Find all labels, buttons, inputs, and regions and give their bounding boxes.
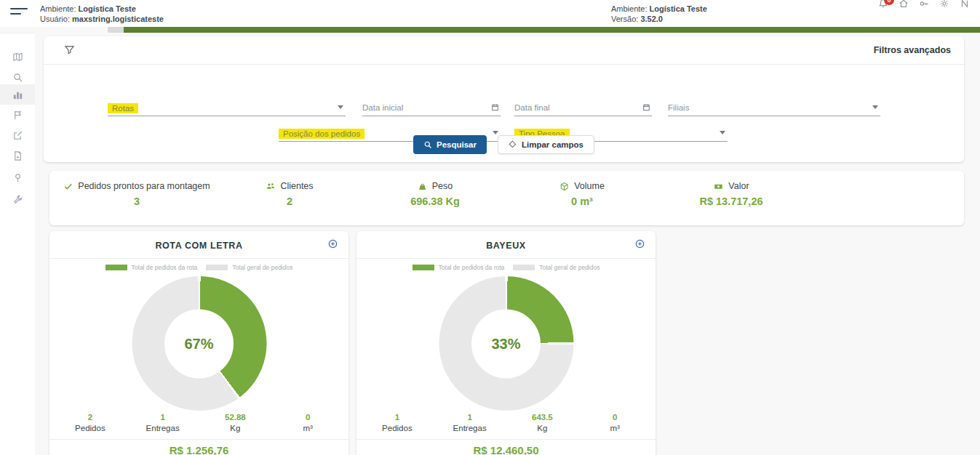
flag-icon [12, 110, 23, 121]
legend-swatch-green [105, 265, 127, 270]
filiais-select[interactable]: Filiais [668, 97, 880, 116]
summary-value: 3 [63, 196, 210, 207]
route-stats: 1 Pedidos 1 Entregas 643.5 Kg 0 m³ [361, 413, 651, 432]
stat-label: m³ [271, 424, 344, 432]
stat-m3: 0 m³ [578, 413, 651, 432]
legend-label: Total de pedidos da rota [132, 264, 198, 271]
route-card-title: ROTA COM LETRA [49, 241, 348, 251]
route-total-value: R$ 1.256,76 [49, 444, 348, 455]
pesquisar-button[interactable]: Pesquisar [413, 135, 487, 154]
eraser-icon [509, 140, 517, 149]
stat-value: 1 [127, 413, 199, 422]
chart-legend: Total de pedidos da rota Total geral de … [356, 264, 656, 271]
filters-title: Filtros avançados [874, 45, 951, 55]
route-card-rota-com-letra: ROTA COM LETRA Total de pedidos da rota … [49, 231, 348, 455]
edit-icon [12, 130, 23, 141]
sidebar-item-map[interactable] [0, 47, 35, 67]
sidebar-item-tools[interactable] [0, 189, 35, 209]
env-value: Logística Teste [79, 4, 136, 13]
sidebar-item-documents[interactable] [0, 145, 35, 166]
summary-clientes: Clientes 2 [266, 181, 313, 207]
donut-percent: 67% [184, 335, 213, 352]
calendar-icon[interactable] [642, 103, 650, 111]
stat-label: Kg [506, 424, 579, 432]
summary-label: Valor [728, 181, 749, 191]
chevron-down-icon [493, 131, 498, 134]
bar-chart-icon [12, 89, 23, 100]
legend-swatch-green [413, 265, 434, 270]
env-label: Ambiente: [40, 4, 76, 13]
wrench-icon [12, 194, 23, 205]
stat-entregas: 1 Entregas [434, 413, 506, 432]
pesquisar-label: Pesquisar [437, 140, 477, 149]
divider [356, 439, 656, 440]
sidebar-item-routes[interactable] [0, 105, 35, 125]
summary-value: 696.38 Kg [410, 196, 460, 207]
stat-value: 1 [361, 413, 434, 422]
stat-label: Pedidos [361, 424, 434, 432]
filter-funnel-icon[interactable] [64, 44, 75, 55]
key-icon[interactable] [919, 0, 929, 9]
hamburger-menu-icon[interactable] [10, 8, 28, 18]
environment-info-right: Ambiente: Logística Teste Versão: 3.52.0 [611, 4, 707, 24]
bell-icon[interactable]: 0 [878, 0, 888, 9]
summary-label: Clientes [280, 181, 313, 191]
route-stats: 2 Pedidos 1 Entregas 52.88 Kg 0 m³ [54, 413, 344, 432]
stat-label: Kg [199, 424, 272, 432]
search-icon [12, 72, 23, 83]
summary-value: 0 m³ [559, 196, 605, 207]
data-final-label: Data final [514, 103, 550, 112]
advanced-filters-panel: Filtros avançados Rotas Data inicial Dat… [44, 36, 964, 162]
gear-icon[interactable] [939, 0, 949, 9]
route-card-bayeux: BAYEUX Total de pedidos da rota Total ge… [356, 231, 656, 455]
environment-info-left: Ambiente: Logística Teste Usuário: maxst… [40, 4, 164, 24]
divider [49, 439, 348, 440]
check-icon [63, 182, 73, 191]
sidebar-item-edit[interactable] [0, 125, 35, 145]
summary-pedidos-prontos: Pedidos prontos para montagem 3 [63, 181, 210, 207]
legend-label: Total geral de pedidos [539, 264, 599, 271]
sidebar-item-dashboard[interactable] [0, 84, 35, 105]
stat-value: 0 [271, 413, 344, 422]
env-value: Logística Teste [650, 4, 707, 13]
data-final-input[interactable]: Data final [514, 97, 652, 116]
donut-chart: 33% [439, 276, 573, 411]
stat-m3: 0 m³ [271, 413, 344, 432]
chevron-down-icon [338, 105, 343, 109]
legend-swatch-gray [206, 265, 228, 270]
calendar-icon[interactable] [491, 103, 499, 111]
stat-value: 1 [434, 413, 506, 422]
donut-chart: 67% [132, 276, 266, 411]
money-icon [713, 182, 723, 191]
summary-label: Volume [574, 181, 605, 191]
data-inicial-label: Data inicial [362, 103, 403, 112]
legend-swatch-gray [513, 265, 535, 270]
search-icon [423, 140, 432, 149]
home-icon[interactable] [899, 0, 909, 9]
limpar-campos-button[interactable]: Limpar campos [498, 135, 594, 154]
zoom-in-icon[interactable] [634, 238, 645, 249]
user-label: Usuário: [40, 15, 70, 23]
divider [356, 258, 656, 259]
summary-bar: Pedidos prontos para montagem 3 Clientes… [49, 171, 964, 225]
pin-icon [12, 172, 23, 183]
n-icon[interactable] [960, 0, 970, 9]
summary-valor: Valor R$ 13.717,26 [699, 181, 762, 207]
rotas-select[interactable]: Rotas [108, 97, 346, 116]
stat-pedidos: 2 Pedidos [54, 413, 127, 432]
limpar-campos-label: Limpar campos [522, 140, 583, 149]
sidebar-item-locations[interactable] [0, 167, 35, 188]
stat-label: Entregas [434, 424, 506, 432]
stat-value: 2 [54, 413, 127, 422]
stat-label: Pedidos [54, 424, 127, 432]
stat-label: m³ [578, 424, 651, 432]
stat-pedidos: 1 Pedidos [361, 413, 434, 432]
chevron-down-icon [872, 105, 878, 109]
data-inicial-input[interactable]: Data inicial [362, 97, 501, 116]
user-value: maxstring.logisticateste [72, 15, 164, 23]
weight-icon [418, 182, 427, 191]
env-label: Ambiente: [611, 4, 648, 13]
zoom-in-icon[interactable] [327, 238, 338, 249]
version-value: 3.52.0 [640, 15, 663, 23]
summary-peso: Peso 696.38 Kg [410, 181, 460, 207]
